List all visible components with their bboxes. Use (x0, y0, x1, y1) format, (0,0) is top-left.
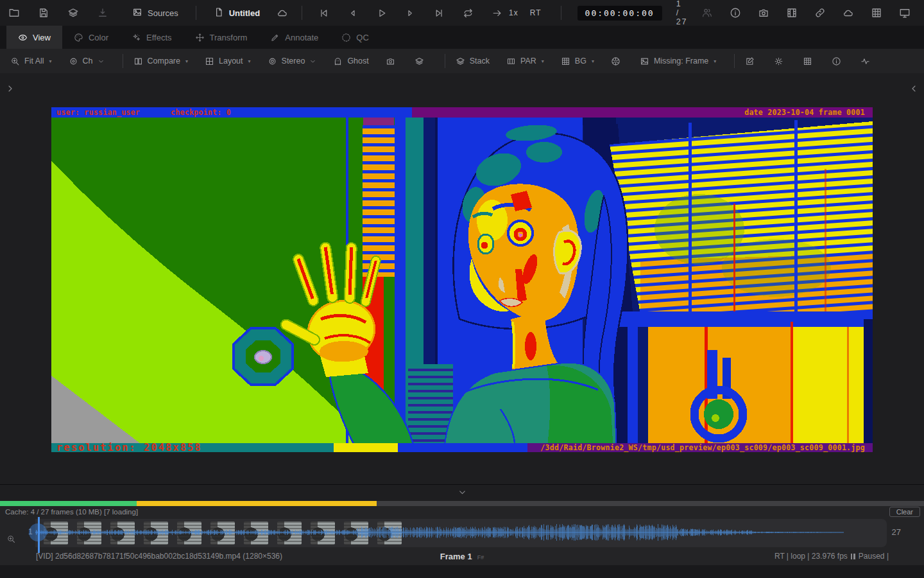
session-title[interactable]: Untitled (210, 6, 264, 20)
application-window: Sources Untitled 1x RT 00:00:00:00 1 / 2… (0, 0, 924, 578)
separator (196, 6, 196, 20)
clear-cache-button[interactable]: Clear (889, 507, 920, 517)
toolbar-item-label: Compare (148, 57, 180, 66)
overlay-date: date 2023-10-04 frame 0001 (744, 108, 865, 117)
viewer-area: user: russian_user checkpoint: 0 date 20… (0, 73, 924, 485)
cache-loaded-segment (0, 501, 137, 506)
link-button[interactable] (814, 6, 826, 19)
layers-button[interactable] (67, 6, 80, 19)
tab-transform[interactable]: Transform (184, 26, 259, 49)
step-back-icon (347, 8, 358, 19)
metadata-button[interactable] (832, 57, 841, 66)
stack-icon (456, 57, 465, 66)
overlay-resolution: resolution: 2048x858 (56, 442, 202, 452)
tab-label: Color (89, 33, 108, 42)
brightness-button[interactable] (774, 57, 783, 66)
tab-view[interactable]: View (6, 26, 62, 49)
play-forward-button[interactable] (404, 6, 416, 19)
sources-label: Sources (148, 8, 178, 18)
layout-dropdown[interactable]: Layout▾ (205, 57, 251, 66)
viewer-layers-button[interactable] (415, 57, 424, 66)
go-to-end-button[interactable] (432, 6, 445, 19)
info-button[interactable] (729, 6, 742, 19)
playback-speed[interactable]: 1x (509, 8, 518, 17)
compare-dropdown[interactable]: Compare▾ (133, 57, 188, 66)
stereo-dropdown[interactable]: Stereo (268, 57, 317, 66)
timeline-zoom-button[interactable] (6, 534, 16, 546)
sources-button[interactable]: Sources (128, 6, 182, 20)
stack-toggle[interactable]: Stack (456, 57, 490, 66)
viewer-snapshot-button[interactable] (386, 57, 395, 66)
qc-icon (341, 33, 351, 42)
grid-view-button[interactable] (870, 6, 883, 19)
frame-counter[interactable]: 1 / 27 (676, 0, 688, 26)
playback-status-group: RT | loop | 23.976 fps Paused | (774, 552, 889, 561)
cache-status-label: Cache: 4 / 27 frames (10 MB) [7 loading] (5, 508, 138, 516)
dropdown-triangle-icon: ▾ (185, 58, 188, 64)
film-icon (786, 7, 798, 19)
tab-color[interactable]: Color (62, 26, 120, 49)
tab-qc[interactable]: QC (330, 26, 381, 49)
tab-label: Annotate (285, 33, 318, 42)
save-button[interactable] (37, 6, 50, 19)
expand-right-panel-button[interactable] (909, 83, 919, 96)
collapse-timeline-button[interactable] (458, 487, 467, 499)
play-button[interactable] (375, 6, 388, 19)
grid-icon (871, 7, 882, 19)
playback-status-label: RT | loop | 23.976 fps (774, 552, 848, 561)
timecode-display[interactable]: 00:00:00:00 (578, 6, 662, 21)
dropdown-triangle-icon: ▾ (714, 58, 716, 64)
play-icon (376, 8, 387, 19)
people-icon (701, 7, 713, 19)
download-button[interactable] (96, 6, 109, 19)
missing-frame-dropdown[interactable]: Missing: Frame▾ (640, 57, 716, 66)
overlay-checkpoint: checkpoint: 0 (171, 108, 231, 117)
paused-label: Paused | (859, 552, 889, 561)
tab-annotate[interactable]: Annotate (259, 26, 330, 49)
edit-button[interactable] (745, 57, 755, 66)
missing-frame-icon (640, 57, 649, 66)
timeline-track[interactable] (35, 519, 887, 547)
pixel-grid-button[interactable] (803, 57, 812, 66)
layers-icon (415, 57, 424, 66)
timeline-row: 1 27 (0, 518, 924, 548)
fit-mode-dropdown[interactable]: Fit All▾ (10, 57, 52, 66)
mode-tab-bar: ViewColorEffectsTransformAnnotateQC (0, 26, 924, 49)
chevron-down-icon (98, 58, 105, 65)
display-button[interactable] (898, 6, 911, 19)
realtime-toggle[interactable]: RT (530, 8, 542, 17)
media-button[interactable] (785, 6, 798, 19)
tab-label: QC (356, 33, 369, 42)
zoom-fit-icon (10, 57, 20, 66)
effects-icon (132, 33, 141, 42)
toolbar-separator (445, 54, 445, 68)
playhead[interactable] (38, 517, 40, 553)
cloud-button[interactable] (842, 6, 855, 19)
link-icon (814, 7, 826, 19)
cloud-sync-button[interactable] (277, 6, 288, 19)
play-backward-button[interactable] (346, 6, 359, 19)
channel-dropdown[interactable]: Ch (69, 57, 105, 66)
par-dropdown[interactable]: PAR▾ (506, 57, 544, 66)
bg-dropdown[interactable]: BG▾ (561, 57, 594, 66)
overlay-user: user: russian_user (56, 108, 140, 118)
info-icon (730, 7, 741, 19)
layers-icon (67, 7, 79, 19)
expand-left-panel-button[interactable] (5, 83, 15, 96)
separator (561, 6, 561, 20)
chevron-left-icon (909, 83, 919, 94)
ghost-toggle[interactable]: Ghost (333, 57, 368, 66)
chevron-down-icon (309, 58, 316, 65)
loop-mode-button[interactable] (461, 6, 474, 19)
play-direction-button[interactable] (490, 6, 503, 19)
scopes-button[interactable] (860, 57, 870, 66)
dropdown-triangle-icon: ▾ (49, 58, 52, 64)
dropdown-triangle-icon: ▾ (542, 58, 544, 64)
go-to-start-button[interactable] (317, 6, 330, 19)
aperture-button[interactable] (611, 57, 620, 66)
viewer-image[interactable]: user: russian_user checkpoint: 0 date 20… (51, 107, 873, 452)
snapshot-button[interactable] (757, 6, 770, 19)
tab-effects[interactable]: Effects (120, 26, 184, 49)
open-button[interactable] (8, 6, 21, 19)
collaborate-button[interactable] (701, 6, 714, 19)
